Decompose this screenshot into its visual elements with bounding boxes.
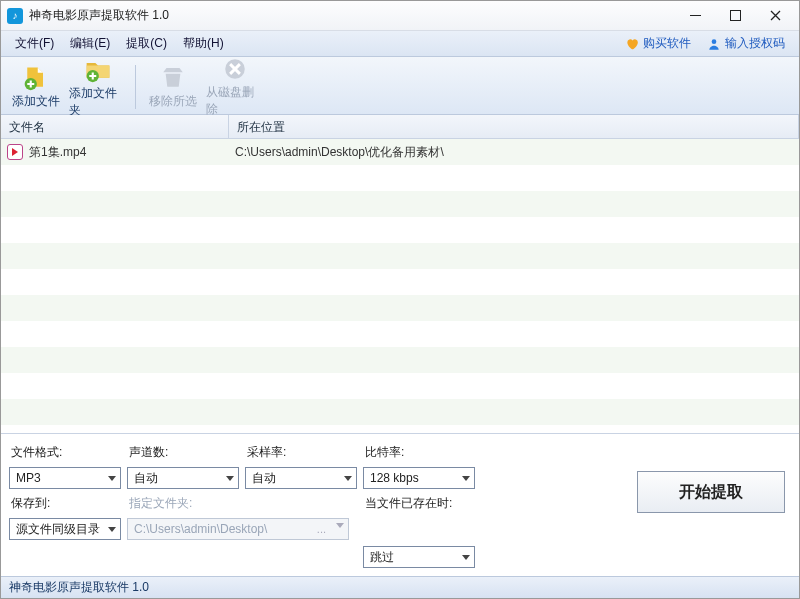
add-file-button[interactable]: 添加文件	[7, 60, 65, 114]
exists-select[interactable]: 跳过	[363, 546, 475, 568]
svg-point-2	[712, 39, 717, 44]
table-row	[1, 191, 799, 217]
user-icon	[707, 37, 721, 51]
remove-selected-button[interactable]: 移除所选	[144, 60, 202, 114]
format-label: 文件格式:	[9, 444, 121, 461]
saveto-label: 保存到:	[9, 495, 121, 512]
app-logo-icon: ♪	[7, 8, 23, 24]
titlebar: ♪ 神奇电影原声提取软件 1.0	[1, 1, 799, 31]
buy-link[interactable]: 购买软件	[617, 35, 699, 52]
license-link[interactable]: 输入授权码	[699, 35, 793, 52]
video-file-icon	[7, 144, 23, 160]
add-folder-button[interactable]: 添加文件夹	[69, 60, 127, 114]
chevron-down-icon	[226, 476, 234, 481]
close-button[interactable]	[755, 4, 795, 28]
col-location[interactable]: 所在位置	[229, 115, 799, 138]
table-row	[1, 399, 799, 425]
cell-location: C:\Users\admin\Desktop\优化备用素材\	[229, 144, 799, 161]
table-row	[1, 165, 799, 191]
exists-label: 当文件已存在时:	[363, 495, 475, 512]
samplerate-select[interactable]: 自动	[245, 467, 357, 489]
toolbar: 添加文件 添加文件夹 移除所选 从磁盘删除	[1, 57, 799, 115]
chevron-down-icon	[336, 523, 344, 535]
menu-help[interactable]: 帮助(H)	[175, 32, 232, 55]
remove-selected-label: 移除所选	[149, 93, 197, 110]
filename-text: 第1集.mp4	[29, 144, 86, 161]
table-row	[1, 295, 799, 321]
toolbar-separator	[135, 65, 136, 109]
bitrate-label: 比特率:	[363, 444, 475, 461]
col-name[interactable]: 文件名	[1, 115, 229, 138]
table-row	[1, 243, 799, 269]
channels-select[interactable]: 自动	[127, 467, 239, 489]
start-extract-button[interactable]: 开始提取	[637, 471, 785, 513]
table-row	[1, 373, 799, 399]
cell-filename: 第1集.mp4	[1, 144, 229, 161]
table-header: 文件名 所在位置	[1, 115, 799, 139]
chevron-down-icon	[462, 476, 470, 481]
table-body: 第1集.mp4 C:\Users\admin\Desktop\优化备用素材\	[1, 139, 799, 433]
folder-label: 指定文件夹:	[127, 495, 239, 512]
chevron-down-icon	[344, 476, 352, 481]
svg-rect-1	[730, 11, 740, 21]
add-folder-icon	[84, 55, 112, 83]
window-title: 神奇电影原声提取软件 1.0	[29, 7, 675, 24]
add-file-icon	[22, 63, 50, 91]
add-file-label: 添加文件	[12, 93, 60, 110]
table-row	[1, 269, 799, 295]
chevron-down-icon	[462, 555, 470, 560]
remove-selected-icon	[159, 63, 187, 91]
samplerate-label: 采样率:	[245, 444, 357, 461]
table-row	[1, 347, 799, 373]
statusbar: 神奇电影原声提取软件 1.0	[1, 576, 799, 598]
table-row	[1, 217, 799, 243]
remove-disk-button[interactable]: 从磁盘删除	[206, 60, 264, 114]
add-folder-label: 添加文件夹	[69, 85, 127, 119]
remove-disk-icon	[221, 56, 249, 82]
saveto-select[interactable]: 源文件同级目录	[9, 518, 121, 540]
menu-extract[interactable]: 提取(C)	[118, 32, 175, 55]
maximize-button[interactable]	[715, 4, 755, 28]
table-row	[1, 321, 799, 347]
bitrate-select[interactable]: 128 kbps	[363, 467, 475, 489]
buy-label: 购买软件	[643, 35, 691, 52]
heart-icon	[625, 37, 639, 51]
folder-path-select: C:\Users\admin\Desktop\...	[127, 518, 349, 540]
format-select[interactable]: MP3	[9, 467, 121, 489]
table-row[interactable]: 第1集.mp4 C:\Users\admin\Desktop\优化备用素材\	[1, 139, 799, 165]
channels-label: 声道数:	[127, 444, 239, 461]
menubar: 文件(F) 编辑(E) 提取(C) 帮助(H) 购买软件 输入授权码	[1, 31, 799, 57]
remove-disk-label: 从磁盘删除	[206, 84, 264, 118]
chevron-down-icon	[108, 527, 116, 532]
status-text: 神奇电影原声提取软件 1.0	[9, 579, 149, 596]
settings-panel: 文件格式: 声道数: 采样率: 比特率: 开始提取 MP3 自动 自动 128 …	[1, 433, 799, 576]
svg-rect-0	[690, 15, 701, 16]
menu-edit[interactable]: 编辑(E)	[62, 32, 118, 55]
license-label: 输入授权码	[725, 35, 785, 52]
minimize-button[interactable]	[675, 4, 715, 28]
chevron-down-icon	[108, 476, 116, 481]
table-row	[1, 425, 799, 433]
menu-file[interactable]: 文件(F)	[7, 32, 62, 55]
